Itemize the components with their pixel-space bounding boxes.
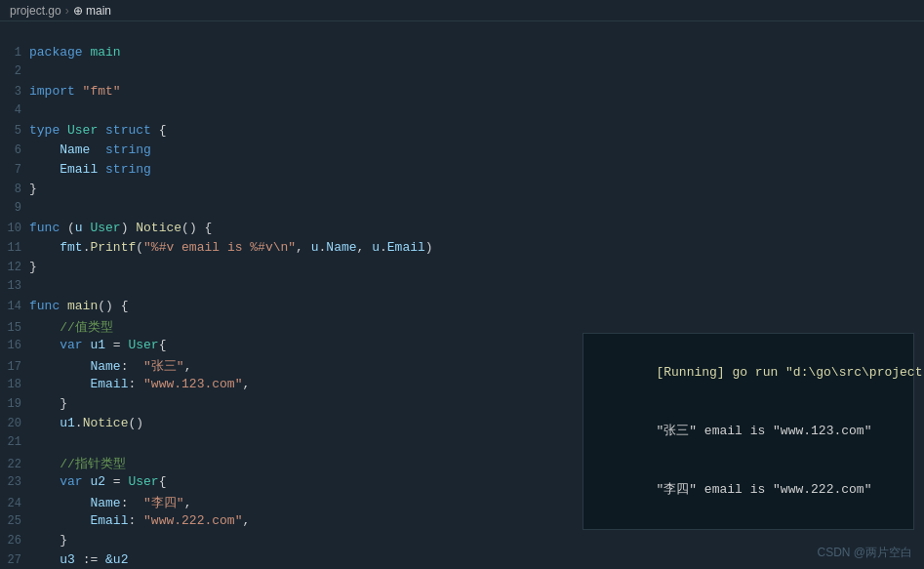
line-content: //值类型 [29, 318, 527, 336]
terminal-output-1: "张三" email is "www.123.com" [595, 402, 902, 461]
code-line: 17 Name: "张三", [0, 357, 527, 377]
code-line: 23 var u2 = User{ [0, 474, 527, 494]
code-line: 25 Email: "www.222.com", [0, 513, 527, 533]
code-line: 18 Email: "www.123.com", [0, 377, 527, 396]
line-number: 13 [0, 279, 29, 293]
code-line: 21 [0, 435, 527, 455]
line-number: 7 [0, 163, 29, 177]
code-line: 9 [0, 201, 527, 221]
line-content: var u1 = User{ [29, 338, 527, 352]
code-line: 12} [0, 260, 527, 279]
line-content: } [29, 396, 527, 411]
line-content: import "fmt" [29, 84, 527, 99]
watermark: CSDN @两片空白 [817, 545, 912, 561]
line-number: 3 [0, 85, 29, 99]
code-line: 22 //指针类型 [0, 455, 527, 474]
code-line: 27 u3 := &u2 [0, 552, 527, 569]
line-content: package main [29, 45, 527, 60]
line-content: func main() { [29, 299, 527, 313]
code-line: 11 fmt.Printf("%#v email is %#v\n", u.Na… [0, 240, 527, 260]
line-content: Email: "www.222.com", [29, 513, 527, 528]
line-number: 26 [0, 534, 29, 548]
line-number: 12 [0, 261, 29, 274]
line-number: 2 [0, 64, 29, 78]
line-number: 10 [0, 222, 29, 235]
code-line: 7 Email string [0, 162, 527, 182]
code-line: 14func main() { [0, 299, 527, 318]
right-panel: [Running] go run "d:\go\src\project.go" … [527, 21, 924, 569]
code-line: 8} [0, 182, 527, 201]
line-content: fmt.Printf("%#v email is %#v\n", u.Name,… [29, 240, 527, 255]
breadcrumb: project.go › ⊕ main [0, 0, 924, 21]
line-content: Email: "www.123.com", [29, 377, 527, 391]
line-number: 17 [0, 360, 29, 374]
line-number: 6 [0, 143, 29, 157]
line-number: 20 [0, 417, 29, 430]
code-line: 16 var u1 = User{ [0, 338, 527, 357]
code-line: 24 Name: "李四", [0, 494, 527, 513]
line-number: 21 [0, 435, 29, 449]
line-number: 15 [0, 321, 29, 335]
line-number: 16 [0, 339, 29, 352]
line-content: } [29, 260, 527, 274]
line-content: Name: "张三", [29, 357, 527, 375]
line-content: //指针类型 [29, 455, 527, 472]
line-content: } [29, 182, 527, 196]
line-content: u3 := &u2 [29, 552, 527, 567]
line-number: 11 [0, 241, 29, 255]
line-number: 23 [0, 475, 29, 489]
code-line: 4 [0, 103, 527, 123]
line-content: Name string [29, 142, 527, 157]
code-line: 26 } [0, 533, 527, 552]
line-number: 1 [0, 46, 29, 60]
line-number: 9 [0, 201, 29, 215]
line-content: Name: "李四", [29, 494, 527, 511]
line-content: type User struct { [29, 123, 527, 138]
line-number: 19 [0, 397, 29, 411]
line-content: var u2 = User{ [29, 474, 527, 489]
line-number: 8 [0, 183, 29, 196]
code-line: 19 } [0, 396, 527, 416]
code-line: 5type User struct { [0, 123, 527, 142]
line-content: Email string [29, 162, 527, 177]
code-line: 6 Name string [0, 142, 527, 162]
line-number: 18 [0, 378, 29, 391]
terminal-output: [Running] go run "d:\go\src\project.go" … [583, 333, 914, 530]
line-number: 14 [0, 300, 29, 313]
code-line: 3import "fmt" [0, 84, 527, 103]
line-content: u1.Notice() [29, 416, 527, 430]
code-line [0, 25, 527, 45]
code-line: 2 [0, 64, 527, 84]
main-area: 1package main23import "fmt"45type User s… [0, 21, 924, 569]
code-line: 10func (u User) Notice() { [0, 221, 527, 240]
code-line: 13 [0, 279, 527, 299]
line-number: 25 [0, 514, 29, 528]
code-line: 20 u1.Notice() [0, 416, 527, 435]
code-editor[interactable]: 1package main23import "fmt"45type User s… [0, 21, 527, 569]
breadcrumb-project: project.go [10, 4, 61, 18]
terminal-run-line: [Running] go run "d:\go\src\project.go" [595, 344, 902, 402]
line-number: 5 [0, 124, 29, 138]
line-number: 24 [0, 497, 29, 510]
breadcrumb-main: ⊕ main [73, 4, 111, 18]
line-number: 4 [0, 103, 29, 117]
terminal-output-2: "李四" email is "www.222.com" [595, 461, 902, 519]
line-content: func (u User) Notice() { [29, 221, 527, 235]
line-number: 27 [0, 553, 29, 567]
code-line: 1package main [0, 45, 527, 64]
line-content: } [29, 533, 527, 548]
line-number: 22 [0, 458, 29, 471]
code-line: 15 //值类型 [0, 318, 527, 338]
